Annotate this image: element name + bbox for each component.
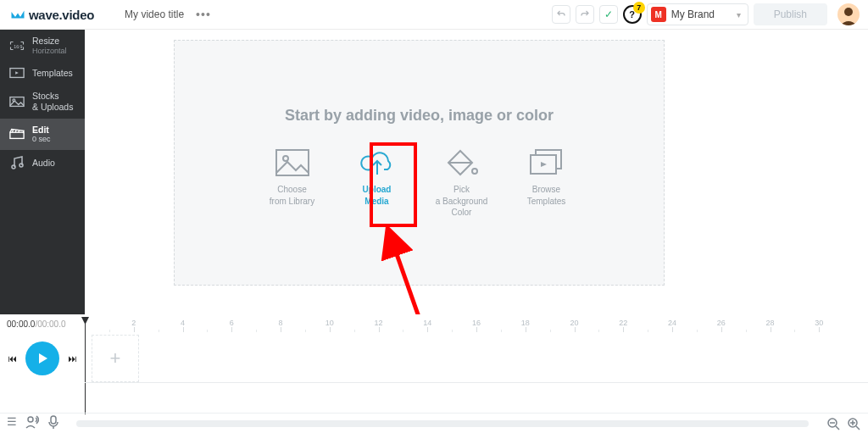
ruler-label: 10: [326, 319, 334, 327]
option-pick-color[interactable]: Pick a Background Color: [431, 148, 492, 219]
zoom-in-button[interactable]: [846, 416, 861, 431]
bottom-bar-tools: ☰: [7, 415, 59, 431]
option-label-2: Media: [364, 196, 388, 208]
sidebar-item-resize[interactable]: 16:9 ResizeHorizontal: [0, 30, 85, 61]
sidebar-item-label: Resize: [32, 36, 59, 46]
music-icon: [8, 156, 25, 169]
playback-controls: ⏮ ⏭: [0, 341, 85, 375]
sidebar-item-stocks[interactable]: Stocks & Uploads: [0, 85, 85, 118]
sidebar-item-edit[interactable]: Edit0 sec: [0, 119, 85, 150]
sidebar-item-label: Templates: [32, 68, 73, 79]
svg-point-6: [12, 165, 15, 169]
ruler-label: 22: [619, 319, 627, 327]
tool-sidebar: 16:9 ResizeHorizontal Templates Stocks &…: [0, 30, 85, 314]
chevron-down-icon: ▾: [737, 10, 741, 19]
help-button[interactable]: ? 7: [623, 5, 642, 24]
ruler-label: 20: [570, 319, 578, 327]
svg-text:16:9: 16:9: [14, 44, 22, 49]
save-status-icon: ✓: [599, 5, 618, 24]
sidebar-item-sublabel: Horizontal: [32, 47, 67, 56]
ruler-label: 12: [374, 319, 382, 327]
next-clip-button[interactable]: ⏭: [68, 353, 77, 364]
templates-icon: [8, 67, 25, 79]
option-choose-library[interactable]: Choose from Library: [262, 148, 323, 219]
sidebar-item-audio[interactable]: Audio: [0, 150, 85, 175]
zoom-out-button[interactable]: [826, 416, 841, 431]
option-label-2: from Library: [270, 196, 314, 208]
undo-button[interactable]: [552, 5, 570, 24]
ruler-label: 18: [521, 319, 530, 327]
sidebar-item-label: Stocks & Uploads: [32, 91, 73, 112]
option-label-3: Color: [452, 207, 472, 219]
redo-button[interactable]: [576, 5, 594, 24]
ruler-label: 30: [815, 319, 823, 327]
timecode: 00:00.0/00:00.0: [7, 319, 66, 329]
app-header: wave.video My video title ••• ✓ ? 7 M My…: [0, 0, 868, 30]
voiceover-icon[interactable]: [25, 415, 39, 431]
option-label-1: Pick: [453, 184, 470, 196]
ruler-label: 28: [765, 319, 774, 327]
option-label-2: a Background: [436, 196, 488, 208]
sidebar-item-label: Edit: [32, 125, 49, 135]
option-label-2: Templates: [527, 196, 566, 208]
image-icon: [8, 96, 25, 108]
option-browse-templates[interactable]: Browse Templates: [516, 148, 577, 219]
timecode-total: /00:00.0: [35, 319, 65, 329]
ruler-label: 8: [278, 319, 282, 327]
upload-cloud-icon: [359, 148, 395, 177]
svg-rect-8: [276, 150, 309, 175]
user-avatar[interactable]: [837, 3, 860, 25]
svg-rect-5: [10, 132, 24, 138]
ruler-label: 24: [668, 319, 676, 327]
canvas-options: Choose from Library Upload Media Pick a …: [262, 148, 577, 219]
svg-point-7: [19, 164, 23, 167]
empty-canvas: Start by adding video, image or color Ch…: [174, 40, 665, 286]
library-icon: [275, 148, 310, 177]
svg-rect-3: [10, 97, 24, 107]
list-view-icon[interactable]: ☰: [7, 415, 17, 431]
prev-clip-button[interactable]: ⏮: [8, 353, 17, 364]
more-menu-icon[interactable]: •••: [196, 8, 211, 21]
timeline-scrollbar[interactable]: [76, 420, 809, 427]
clapper-icon: [8, 128, 25, 140]
sidebar-item-sublabel: 0 sec: [32, 135, 51, 144]
canvas-area: Start by adding video, image or color Ch…: [85, 30, 868, 314]
ruler-label: 26: [717, 319, 726, 327]
brand-name: My Brand: [671, 8, 715, 20]
play-button[interactable]: [25, 341, 59, 375]
aspect-ratio-icon: 16:9: [8, 40, 25, 52]
sidebar-item-templates[interactable]: Templates: [0, 61, 85, 85]
zoom-controls: [826, 416, 861, 431]
ruler-label: 16: [472, 319, 481, 327]
app-logo-text: wave.video: [29, 8, 94, 22]
ruler-label: 14: [423, 319, 431, 327]
brand-avatar-icon: M: [651, 7, 666, 22]
publish-button[interactable]: Publish: [754, 3, 827, 25]
timeline-ruler[interactable]: 24681012141618202224262830: [85, 317, 868, 332]
option-label-1: Upload: [363, 184, 392, 196]
timeline-bottom-bar: ☰: [0, 413, 868, 433]
option-label-1: Choose: [277, 184, 306, 196]
brand-selector[interactable]: M My Brand ▾: [647, 3, 748, 25]
app-logo[interactable]: wave.video: [10, 7, 94, 22]
microphone-icon[interactable]: [47, 415, 59, 431]
ruler-label: 4: [181, 319, 185, 327]
templates-stack-icon: [529, 148, 565, 177]
track-divider: [85, 382, 868, 383]
canvas-heading: Start by adding video, image or color: [285, 107, 554, 125]
option-label-1: Browse: [532, 184, 560, 196]
ruler-label: 6: [230, 319, 234, 327]
svg-point-0: [844, 8, 853, 16]
svg-rect-15: [51, 416, 56, 424]
paint-bucket-icon: [444, 148, 480, 177]
option-upload-media[interactable]: Upload Media: [347, 148, 408, 219]
svg-point-9: [283, 156, 288, 161]
sidebar-item-label: Audio: [32, 158, 55, 169]
add-clip-button[interactable]: +: [92, 335, 139, 382]
timecode-current: 00:00.0: [7, 319, 35, 329]
project-title[interactable]: My video title: [118, 5, 191, 24]
svg-point-14: [28, 417, 33, 422]
play-row: ⏮ ⏭ +: [0, 335, 868, 382]
wave-logo-icon: [10, 7, 25, 22]
timeline-panel: 00:00.0/00:00.0 246810121416182022242628…: [0, 314, 868, 433]
